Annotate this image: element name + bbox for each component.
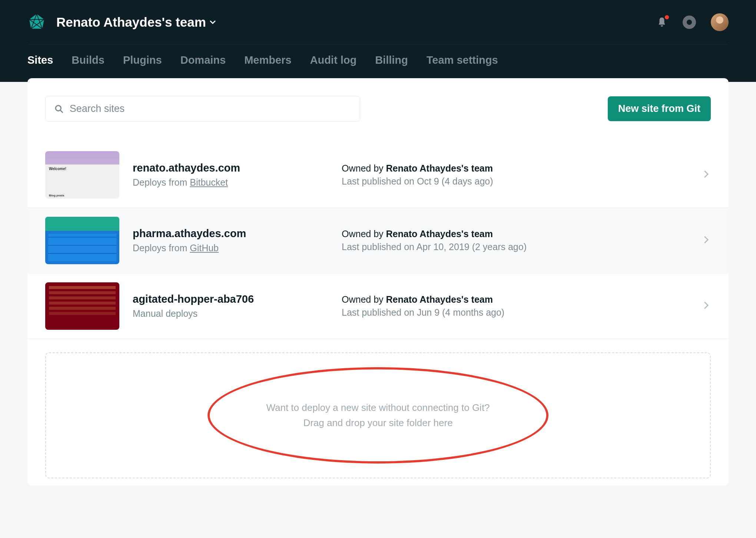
site-published: Last published on Oct 9 (4 days ago) [342, 176, 696, 187]
search-box[interactable] [45, 96, 360, 122]
site-info: pharma.athaydes.comDeploys from GitHub [119, 228, 342, 253]
site-row[interactable]: pharma.athaydes.comDeploys from GitHubOw… [27, 208, 729, 273]
tab-domains[interactable]: Domains [180, 54, 226, 66]
site-thumbnail [45, 282, 119, 330]
chevron-down-icon [210, 19, 216, 25]
site-owner: Owned by Renato Athaydes's team [342, 163, 696, 174]
main-panel: New site from Git renato.athaydes.comDep… [27, 78, 729, 486]
search-icon [54, 104, 64, 114]
tab-members[interactable]: Members [244, 54, 291, 66]
chevron-right-icon [703, 170, 711, 180]
site-row[interactable]: agitated-hopper-aba706Manual deploysOwne… [27, 273, 729, 339]
toolbar: New site from Git [45, 96, 711, 122]
netlify-logo-icon[interactable] [27, 13, 46, 31]
notification-dot-icon [665, 15, 669, 19]
notifications-button[interactable] [656, 16, 668, 28]
site-info: renato.athaydes.comDeploys from Bitbucke… [119, 162, 342, 188]
site-meta: Owned by Renato Athaydes's teamLast publ… [342, 294, 703, 318]
site-published: Last published on Apr 10, 2019 (2 years … [342, 242, 696, 252]
search-input[interactable] [70, 103, 351, 114]
team-name-label: Renato Athaydes's team [56, 15, 206, 30]
site-list: renato.athaydes.comDeploys from Bitbucke… [27, 142, 729, 339]
chevron-right-icon [703, 235, 711, 246]
user-avatar[interactable] [711, 13, 729, 31]
site-deploy-source: Manual deploys [133, 308, 342, 319]
site-deploy-source: Deploys from Bitbucket [133, 177, 342, 188]
circle-icon [687, 20, 692, 25]
tab-team-settings[interactable]: Team settings [427, 54, 498, 66]
dropzone-text-2: Drag and drop your site folder here [303, 417, 452, 429]
site-name: pharma.athaydes.com [133, 228, 342, 240]
site-thumbnail [45, 151, 119, 199]
tab-builds[interactable]: Builds [72, 54, 105, 66]
tab-audit-log[interactable]: Audit log [310, 54, 357, 66]
site-info: agitated-hopper-aba706Manual deploys [119, 293, 342, 319]
tab-billing[interactable]: Billing [375, 54, 408, 66]
site-owner: Owned by Renato Athaydes's team [342, 229, 696, 239]
site-name: agitated-hopper-aba706 [133, 293, 342, 305]
site-meta: Owned by Renato Athaydes's teamLast publ… [342, 163, 703, 187]
dropzone-text-1: Want to deploy a new site without connec… [266, 402, 490, 414]
deploy-source-link[interactable]: Bitbucket [190, 177, 228, 187]
team-switcher[interactable]: Renato Athaydes's team [56, 15, 216, 30]
drag-drop-zone[interactable]: Want to deploy a new site without connec… [45, 352, 711, 478]
svg-line-7 [60, 110, 62, 112]
deploy-source-link[interactable]: GitHub [190, 243, 219, 253]
tab-sites[interactable]: Sites [27, 54, 53, 66]
site-row[interactable]: renato.athaydes.comDeploys from Bitbucke… [27, 142, 729, 208]
header-right [656, 13, 729, 31]
header-top-bar: Renato Athaydes's team [27, 0, 729, 44]
new-site-from-git-button[interactable]: New site from Git [608, 96, 711, 121]
app-header: Renato Athaydes's team SitesBuildsPlugin… [0, 0, 756, 82]
site-deploy-source: Deploys from GitHub [133, 243, 342, 253]
nav-tabs: SitesBuildsPluginsDomainsMembersAudit lo… [27, 44, 729, 82]
chevron-right-icon [703, 301, 711, 311]
site-thumbnail [45, 217, 119, 264]
site-name: renato.athaydes.com [133, 162, 342, 174]
site-published: Last published on Jun 9 (4 months ago) [342, 307, 696, 318]
site-owner: Owned by Renato Athaydes's team [342, 294, 696, 305]
help-button[interactable] [683, 16, 696, 29]
annotation-oval [208, 367, 548, 464]
tab-plugins[interactable]: Plugins [123, 54, 162, 66]
site-meta: Owned by Renato Athaydes's teamLast publ… [342, 229, 703, 252]
header-left: Renato Athaydes's team [27, 13, 216, 31]
